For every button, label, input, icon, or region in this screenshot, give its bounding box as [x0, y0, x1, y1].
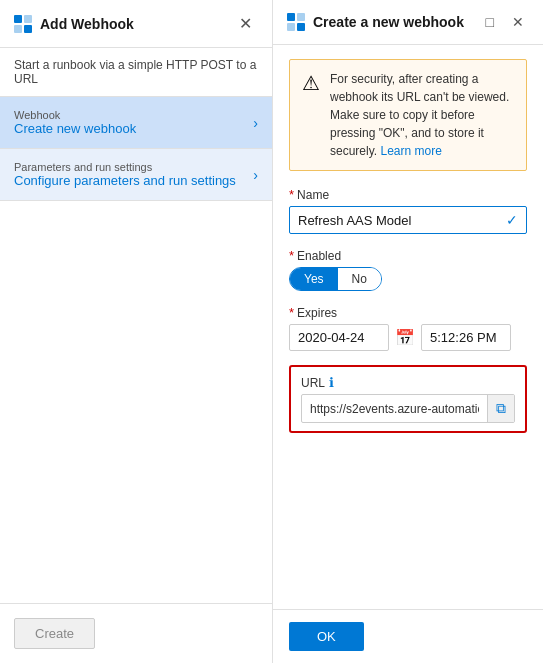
name-input[interactable]: [298, 213, 506, 228]
right-close-button[interactable]: ✕: [507, 12, 529, 32]
name-label: * Name: [289, 187, 527, 202]
learn-more-link[interactable]: Learn more: [380, 144, 441, 158]
toggle-no[interactable]: No: [338, 268, 381, 290]
warning-icon: ⚠: [302, 71, 320, 95]
url-input-row: ⧉: [301, 394, 515, 423]
name-label-text: Name: [297, 188, 329, 202]
left-footer: Create: [0, 603, 272, 663]
nav-item-webhook-label: Webhook: [14, 109, 253, 121]
right-panel: Create a new webhook □ ✕ ⚠ For security,…: [273, 0, 543, 663]
right-content: ⚠ For security, after creating a webhook…: [273, 45, 543, 609]
expires-label: * Expires: [289, 305, 527, 320]
expires-field-group: * Expires 📅: [289, 305, 527, 351]
create-button[interactable]: Create: [14, 618, 95, 649]
right-panel-title: Create a new webhook: [313, 14, 464, 30]
left-subtitle: Start a runbook via a simple HTTP POST t…: [0, 48, 272, 97]
calendar-icon[interactable]: 📅: [395, 328, 415, 347]
nav-item-params-title: Configure parameters and run settings: [14, 173, 253, 188]
enabled-label: * Enabled: [289, 248, 527, 263]
url-label: URL ℹ: [301, 375, 515, 390]
expires-time-input[interactable]: [421, 324, 511, 351]
left-header: Add Webhook ✕: [0, 0, 272, 48]
name-input-wrapper: ✓: [289, 206, 527, 234]
expires-row: 📅: [289, 324, 527, 351]
url-input[interactable]: [302, 397, 487, 421]
name-field-group: * Name ✓: [289, 187, 527, 234]
minimize-button[interactable]: □: [481, 12, 499, 32]
nav-item-parameters[interactable]: Parameters and run settings Configure pa…: [0, 149, 272, 201]
webhook-icon: [14, 15, 32, 33]
toggle-yes[interactable]: Yes: [290, 268, 338, 290]
enabled-field-group: * Enabled Yes No: [289, 248, 527, 291]
right-header: Create a new webhook □ ✕: [273, 0, 543, 45]
nav-item-params-label: Parameters and run settings: [14, 161, 253, 173]
left-panel: Add Webhook ✕ Start a runbook via a simp…: [0, 0, 273, 663]
nav-item-webhook[interactable]: Webhook Create new webhook ›: [0, 97, 272, 149]
enabled-toggle[interactable]: Yes No: [289, 267, 382, 291]
nav-item-webhook-title: Create new webhook: [14, 121, 253, 136]
right-footer: OK: [273, 609, 543, 663]
enabled-label-text: Enabled: [297, 249, 341, 263]
left-close-button[interactable]: ✕: [233, 12, 258, 35]
expires-label-text: Expires: [297, 306, 337, 320]
enabled-required-asterisk: *: [289, 248, 294, 263]
url-info-icon[interactable]: ℹ: [329, 375, 334, 390]
right-header-actions: □ ✕: [481, 12, 529, 32]
ok-button[interactable]: OK: [289, 622, 364, 651]
warning-text: For security, after creating a webhook i…: [330, 70, 514, 160]
warning-box: ⚠ For security, after creating a webhook…: [289, 59, 527, 171]
expires-date-input[interactable]: [289, 324, 389, 351]
name-checkmark-icon: ✓: [506, 212, 518, 228]
left-panel-title: Add Webhook: [40, 16, 134, 32]
enabled-toggle-row: Yes No: [289, 267, 527, 291]
copy-icon: ⧉: [496, 400, 506, 417]
url-label-text: URL: [301, 376, 325, 390]
nav-item-params-chevron: ›: [253, 167, 258, 183]
expires-required-asterisk: *: [289, 305, 294, 320]
url-copy-button[interactable]: ⧉: [487, 395, 514, 422]
nav-item-webhook-chevron: ›: [253, 115, 258, 131]
name-required-asterisk: *: [289, 187, 294, 202]
right-panel-icon: [287, 13, 305, 31]
url-field-group: URL ℹ ⧉: [289, 365, 527, 433]
